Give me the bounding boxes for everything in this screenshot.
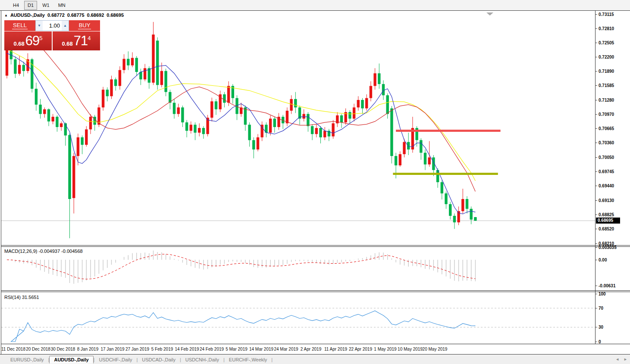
timeframe-button-w1[interactable]: W1 [39, 1, 53, 10]
chart-tabbar: EURUSD-,Daily|AUDUSD-,Daily|USDCHF-,Dail… [0, 355, 630, 364]
price-tick: 0.68520 [596, 226, 614, 231]
autoscroll-marker-icon[interactable] [486, 12, 493, 16]
date-label: 14 Mar 2019 [249, 347, 273, 352]
pane-divider[interactable] [1, 290, 630, 291]
one-click-trade-panel: SELL ▼ ▲ BUY 0.68 69 5 0.68 71 4 [4, 20, 100, 50]
macd-tick: 0.00 [596, 257, 607, 262]
price-tick: 0.71585 [596, 83, 614, 88]
price-tick: 0.69440 [596, 184, 614, 189]
price-tick: 0.70050 [596, 155, 614, 160]
tab-separator: | [271, 357, 273, 362]
sell-button-label: SELL [12, 22, 28, 29]
price-tick: 0.71280 [596, 97, 614, 103]
ohlc-low: 0.68692 [87, 12, 104, 18]
current-price-badge: 0.68695 [596, 218, 620, 224]
date-label: 5 Mar 2019 [226, 347, 248, 352]
tabbar-top-line [0, 354, 630, 355]
chart-tab-usdcaddaily[interactable]: USDCAD-,Daily [138, 356, 180, 363]
date-label: 22 Apr 2019 [349, 347, 372, 352]
price-tick: 0.70665 [596, 126, 614, 131]
rsi-value: 31.5651 [22, 295, 39, 300]
sell-price-small: 0.68 [13, 40, 24, 47]
buy-price-sup: 4 [88, 35, 91, 41]
date-label: 24 Mar 2019 [274, 347, 298, 352]
price-tick: 0.69130 [596, 198, 614, 203]
sell-button[interactable]: SELL [4, 20, 35, 31]
x-axis-line [1, 344, 630, 344]
price-tick: 0.72810 [596, 26, 614, 31]
buy-button[interactable]: BUY [69, 20, 100, 31]
date-label: 20 May 2019 [423, 347, 448, 352]
chart-tab-audusddaily[interactable]: AUDUSD-,Daily [49, 356, 93, 364]
timeframe-toolbar: H4D1W1MN [0, 0, 630, 11]
tab-scroll-arrows: ◄ ► [615, 357, 627, 361]
date-label: 11 Dec 2018 [1, 347, 25, 352]
buy-price-box[interactable]: 0.68 71 4 [53, 31, 100, 50]
chart-tab-usdcnhdaily[interactable]: USDCNH-,Daily [181, 356, 223, 363]
rsi-label: RSI(14) [4, 295, 21, 300]
price-tick: 0.72505 [596, 40, 614, 45]
timeframe-button-d1[interactable]: D1 [24, 1, 37, 10]
price-tick: 0.73115 [596, 12, 614, 17]
macd-pane-title: MACD(12,26,9) -0.004937 -0.004568 [4, 249, 83, 254]
chart-tab-eurchfweekly[interactable]: EURCHF-,Weekly [225, 356, 271, 363]
macd-label: MACD(12,26,9) [4, 249, 37, 254]
sell-price-box[interactable]: 0.68 69 5 [4, 31, 52, 50]
price-tick: 0.70970 [596, 112, 614, 117]
buy-button-label: BUY [78, 22, 91, 29]
ma-fast-blue [7, 53, 475, 214]
macd-signal-line [7, 254, 475, 279]
one-click-collapse-icon[interactable]: ▲ [4, 13, 8, 17]
macd-histogram [7, 251, 475, 284]
rsi-tick: 30 [596, 325, 603, 330]
date-label: 20 Dec 2018 [26, 347, 50, 352]
volume-decrease-button[interactable]: ▼ [36, 21, 43, 31]
pane-divider[interactable] [1, 292, 630, 292]
sell-price-big: 69 [25, 33, 39, 49]
date-label: 17 Jan 2019 [100, 347, 124, 352]
date-label: 27 Jan 2019 [125, 347, 149, 352]
date-label: 5 Feb 2019 [151, 347, 173, 352]
buy-price-big: 71 [74, 33, 88, 49]
date-label: 24 Feb 2019 [200, 347, 224, 352]
timeframe-button-h4[interactable]: H4 [9, 1, 22, 10]
pane-divider[interactable] [1, 245, 630, 246]
date-label: 2 Apr 2019 [301, 347, 321, 352]
price-axis: 0.731150.728100.725050.722000.718900.715… [595, 11, 630, 344]
chart-tab-eurusddaily[interactable]: EURUSD-,Daily [6, 356, 48, 363]
price-tick: 0.72200 [596, 54, 614, 59]
rsi-line [11, 311, 476, 342]
macd-tick: -0.00631 [596, 283, 615, 288]
price-tick: 0.70360 [596, 140, 614, 146]
chart-tab-usdchfdaily[interactable]: USDCHF-,Daily [94, 356, 136, 363]
macd-values: -0.004937 -0.004568 [38, 249, 82, 254]
pane-divider[interactable] [1, 246, 630, 247]
time-axis: 11 Dec 201820 Dec 201830 Dec 20188 Jan 2… [1, 344, 595, 354]
price-tick: 0.69745 [596, 169, 614, 174]
date-label: 14 Feb 2019 [175, 347, 199, 352]
chart-canvas[interactable] [1, 11, 595, 347]
date-label: 10 May 2019 [398, 347, 423, 352]
date-label: 8 Jan 2019 [77, 347, 99, 352]
chart-header: ▲ AUDUSD-,Daily 0.68772 0.68775 0.68692 … [4, 12, 124, 18]
tab-scroll-right-icon[interactable]: ► [624, 357, 627, 361]
ohlc-close: 0.68695 [107, 12, 124, 18]
timeframe-button-mn[interactable]: MN [55, 1, 69, 10]
terminal-window: H4D1W1MN ▲ AUDUSD-,Daily 0.68772 0.68775… [0, 0, 630, 364]
rsi-pane-title: RSI(14) 31.5651 [4, 295, 39, 300]
price-tick: 0.68825 [596, 212, 614, 217]
tab-scroll-left-icon[interactable]: ◄ [615, 357, 619, 361]
ohlc-high: 0.68775 [67, 12, 85, 18]
volume-spinner: ▼ ▲ [35, 20, 69, 31]
chart-symbol-label: AUDUSD-,Daily [10, 12, 45, 18]
date-label: 1 May 2019 [374, 347, 396, 352]
buy-price-small: 0.68 [62, 40, 72, 47]
rsi-tick: 70 [596, 305, 603, 311]
volume-input[interactable] [43, 21, 62, 31]
date-label: 11 Apr 2019 [324, 347, 347, 352]
ohlc-open: 0.68772 [47, 12, 65, 18]
price-tick: 0.71890 [596, 69, 614, 74]
sell-price-sup: 5 [39, 35, 42, 41]
date-label: 30 Dec 2018 [51, 347, 75, 352]
volume-increase-button[interactable]: ▲ [62, 21, 69, 31]
